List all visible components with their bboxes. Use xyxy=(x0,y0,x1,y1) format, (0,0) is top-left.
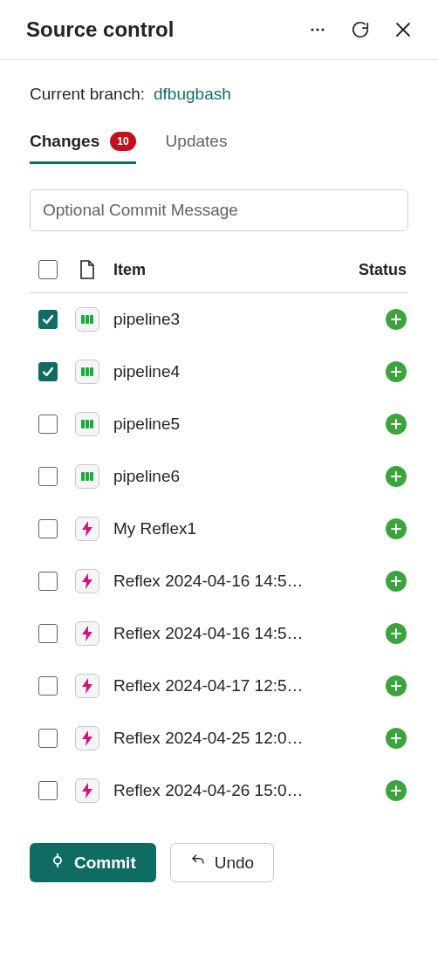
branch-label: Current branch: xyxy=(30,85,145,104)
pipeline-icon xyxy=(75,412,99,436)
row-checkbox[interactable] xyxy=(38,781,58,800)
table-row: Reflex 2024-04-25 12:0… xyxy=(30,712,408,764)
row-checkbox[interactable] xyxy=(38,415,58,434)
branch-name[interactable]: dfbugbash xyxy=(154,85,231,104)
reflex-icon xyxy=(75,674,99,698)
commit-button[interactable]: Commit xyxy=(30,843,156,882)
reflex-icon xyxy=(75,621,99,646)
status-added-icon xyxy=(386,728,407,749)
reflex-icon xyxy=(75,778,99,803)
tab-updates[interactable]: Updates xyxy=(166,128,228,164)
tab-changes[interactable]: Changes 10 xyxy=(30,128,136,164)
table-row: Reflex 2024-04-17 12:5… xyxy=(30,660,408,712)
footer-actions: Commit Undo xyxy=(30,843,408,882)
tab-changes-label: Changes xyxy=(30,132,99,151)
status-added-icon xyxy=(386,571,407,592)
svg-rect-11 xyxy=(86,367,89,376)
undo-button[interactable]: Undo xyxy=(170,843,274,882)
row-checkbox[interactable] xyxy=(38,572,58,591)
svg-marker-40 xyxy=(82,783,92,798)
item-name: Reflex 2024-04-16 14:5… xyxy=(108,572,351,591)
panel-title: Source control xyxy=(26,17,309,42)
commit-icon xyxy=(50,853,65,873)
svg-point-0 xyxy=(311,28,313,31)
table-row: pipeline3 xyxy=(30,293,408,346)
table-row: Reflex 2024-04-26 15:0… xyxy=(30,764,408,817)
svg-rect-10 xyxy=(81,367,85,376)
svg-point-2 xyxy=(321,28,324,31)
svg-marker-31 xyxy=(82,626,92,641)
status-added-icon xyxy=(386,518,407,539)
svg-marker-37 xyxy=(82,730,92,746)
item-name: Reflex 2024-04-25 12:0… xyxy=(108,729,351,748)
row-checkbox[interactable] xyxy=(38,519,58,538)
more-icon[interactable] xyxy=(309,21,326,38)
items-list: pipeline3pipeline4pipeline5pipeline6My R… xyxy=(30,293,408,817)
column-item-header: Item xyxy=(108,261,351,279)
svg-rect-7 xyxy=(90,315,93,324)
row-checkbox[interactable] xyxy=(38,624,58,643)
table-header: Item Status xyxy=(30,247,408,293)
tabs: Changes 10 Updates xyxy=(30,128,408,165)
file-icon xyxy=(66,259,108,280)
item-name: pipeline3 xyxy=(108,310,351,329)
table-row: My Reflex1 xyxy=(30,503,408,555)
table-row: Reflex 2024-04-16 14:5… xyxy=(30,555,408,607)
item-name: pipeline6 xyxy=(108,467,351,486)
status-added-icon xyxy=(386,361,407,382)
svg-rect-5 xyxy=(81,315,85,324)
svg-rect-20 xyxy=(81,472,85,481)
undo-icon xyxy=(190,853,206,873)
item-name: Reflex 2024-04-26 15:0… xyxy=(108,781,351,800)
changes-count-badge: 10 xyxy=(110,132,135,151)
status-added-icon xyxy=(386,414,407,435)
row-checkbox[interactable] xyxy=(38,729,58,748)
table-row: pipeline5 xyxy=(30,398,408,450)
pipeline-icon xyxy=(75,464,99,489)
commit-message-input[interactable] xyxy=(30,189,408,231)
svg-marker-34 xyxy=(82,678,92,694)
undo-button-label: Undo xyxy=(215,853,254,873)
svg-rect-16 xyxy=(86,420,89,428)
row-checkbox[interactable] xyxy=(38,362,58,381)
table-row: pipeline4 xyxy=(30,346,408,398)
svg-rect-21 xyxy=(86,472,89,481)
item-name: Reflex 2024-04-16 14:5… xyxy=(108,624,351,643)
item-name: My Reflex1 xyxy=(108,519,351,538)
item-name: Reflex 2024-04-17 12:5… xyxy=(108,676,351,696)
svg-rect-17 xyxy=(90,420,93,428)
reflex-icon xyxy=(75,726,99,750)
svg-point-1 xyxy=(316,28,318,31)
svg-point-45 xyxy=(54,857,61,864)
table-row: pipeline6 xyxy=(30,450,408,503)
svg-rect-22 xyxy=(90,472,93,481)
row-checkbox[interactable] xyxy=(38,310,58,329)
row-checkbox[interactable] xyxy=(38,467,58,486)
branch-row: Current branch: dfbugbash xyxy=(30,85,408,104)
close-icon[interactable] xyxy=(394,21,412,38)
table-row: Reflex 2024-04-16 14:5… xyxy=(30,607,408,660)
header-actions xyxy=(309,20,412,39)
commit-button-label: Commit xyxy=(74,853,136,873)
item-name: pipeline4 xyxy=(108,362,351,381)
tab-updates-label: Updates xyxy=(166,132,228,151)
svg-rect-15 xyxy=(81,420,85,428)
svg-rect-6 xyxy=(86,315,89,324)
select-all-checkbox[interactable] xyxy=(38,260,58,279)
item-name: pipeline5 xyxy=(108,415,351,434)
svg-marker-28 xyxy=(82,573,92,589)
refresh-icon[interactable] xyxy=(351,20,370,39)
reflex-icon xyxy=(75,569,99,593)
svg-marker-25 xyxy=(82,521,92,537)
pipeline-icon xyxy=(75,307,99,332)
status-added-icon xyxy=(386,780,407,801)
status-added-icon xyxy=(386,309,407,330)
row-checkbox[interactable] xyxy=(38,676,58,696)
column-status-header: Status xyxy=(351,261,408,279)
reflex-icon xyxy=(75,517,99,541)
status-added-icon xyxy=(386,623,407,644)
svg-rect-12 xyxy=(90,367,93,376)
status-added-icon xyxy=(386,466,407,487)
pipeline-icon xyxy=(75,360,99,384)
panel-header: Source control xyxy=(0,0,438,60)
